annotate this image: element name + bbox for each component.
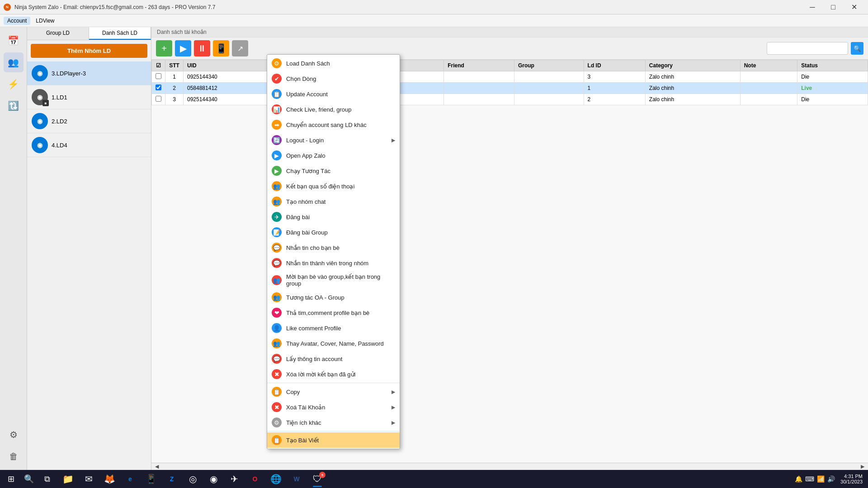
ctx-update[interactable]: 📋 Update Account — [267, 86, 400, 102]
ctx-xoaloi-icon: ✖ — [272, 369, 282, 379]
taskview-button[interactable]: ⧉ — [38, 470, 56, 488]
menu-ldview[interactable]: LDView — [32, 17, 58, 25]
ctx-chon[interactable]: ✔ Chọn Dòng — [267, 71, 400, 86]
col-stt: STT — [165, 60, 184, 71]
search-input[interactable] — [767, 42, 848, 55]
ctx-ketban[interactable]: 👥 Kết bạn qua số điện thoại — [267, 178, 400, 194]
ctx-dangbaigroup[interactable]: 📝 Đăng bài Group — [267, 225, 400, 240]
ctx-laythongtin-icon: 💬 — [272, 354, 282, 364]
app-icon: N — [4, 4, 11, 11]
taskbar-chrome[interactable]: ◎ — [183, 470, 203, 488]
start-button[interactable]: ⊞ — [2, 470, 20, 488]
table-row[interactable]: 3 0925144340 2 Zalo chinh Die — [152, 94, 868, 105]
row-3-category: Zalo chinh — [645, 94, 740, 105]
taskbar-word[interactable]: W — [287, 470, 307, 488]
ctx-open[interactable]: ▶ Open App Zalo — [267, 148, 400, 163]
ctx-chon-label: Chọn Dòng — [286, 75, 316, 82]
tab-danhsachld[interactable]: Danh Sách LD — [89, 27, 151, 40]
ctx-taonhom-icon: 👥 — [272, 197, 282, 206]
taskbar-opera[interactable]: O — [245, 470, 265, 488]
ctx-taonhom[interactable]: 👥 Tạo nhóm chat — [267, 194, 400, 209]
tab-groupld[interactable]: Group LD — [27, 27, 89, 40]
group-item-4[interactable]: ◉ 4.LD4 — [27, 133, 151, 157]
trash-icon-btn[interactable]: 🗑 — [4, 446, 24, 466]
notification-icon[interactable]: 🔔 — [795, 475, 802, 483]
ctx-dangbai[interactable]: ✈ Đăng bài — [267, 209, 400, 225]
ctx-nhantinnhom[interactable]: 💬 Nhắn tin thành viên trong nhóm — [267, 255, 400, 271]
pause-button[interactable]: ⏸ — [194, 40, 210, 56]
ctx-tuongtac[interactable]: 👥 Tương tác OA - Group — [267, 290, 400, 305]
taskbar-firefox[interactable]: 🦊 — [99, 470, 119, 488]
scroll-right-arrow[interactable]: ▶ — [859, 464, 866, 469]
group-avatar-3: ◉ — [32, 113, 48, 129]
search-button[interactable]: 🔍 — [851, 42, 863, 55]
row-1-category: Zalo chinh — [645, 71, 740, 83]
ctx-xoaloi[interactable]: ✖ Xóa lời mời kết bạn đã gửi — [267, 366, 400, 382]
people-icon-btn[interactable]: 👥 — [4, 52, 24, 72]
keyboard-icon[interactable]: ⌨ — [805, 475, 814, 483]
clock-date: 30/1/2023 — [840, 479, 863, 484]
ctx-chuyen[interactable]: ➡ Chuyển account sang LD khác — [267, 117, 400, 132]
taskbar-mail[interactable]: ✉ — [79, 470, 99, 488]
ctx-check[interactable]: 📊 Check Live, friend, group — [267, 102, 400, 117]
menubar: Account LDView — [0, 14, 868, 27]
ctx-divider-1 — [267, 383, 400, 383]
taskbar-app2[interactable]: 🌐 — [266, 470, 286, 488]
row-3-status: Die — [797, 94, 868, 105]
ctx-copy[interactable]: 📋 Copy ▶ — [267, 384, 400, 399]
ctx-logout[interactable]: 🔄 Logout - Login ▶ — [267, 132, 400, 148]
ctx-load[interactable]: ⚙ Load Danh Sách — [267, 56, 400, 71]
settings-icon-btn[interactable]: ⚙ — [4, 425, 24, 445]
shake-button[interactable]: 📱 — [213, 40, 229, 56]
ctx-thayavatar[interactable]: 👥 Thay Avatar, Cover, Name, Password — [267, 336, 400, 351]
ctx-thatim-icon: ❤ — [272, 308, 282, 318]
group-item-3[interactable]: ◉ 2.LD2 — [27, 109, 151, 133]
group-item-1[interactable]: ◉ 3.LDPlayer-3 — [27, 61, 151, 85]
taskbar-chromium[interactable]: ◉ — [203, 470, 223, 488]
volume-icon[interactable]: 🔊 — [827, 475, 835, 483]
minimize-button[interactable]: ─ — [802, 0, 823, 14]
calendar-icon-btn[interactable]: 📅 — [4, 31, 24, 51]
menu-account[interactable]: Account — [4, 17, 30, 25]
play-button[interactable]: ▶ — [175, 40, 191, 56]
horizontal-scrollbar[interactable]: ◀ ▶ — [151, 463, 868, 470]
group-item-2[interactable]: ◉ ■ 1.LD1 — [27, 85, 151, 109]
taskbar-zalo[interactable]: Z — [162, 470, 182, 488]
table-row[interactable]: 1 0925144340 3 Zalo chinh Die — [152, 71, 868, 83]
add-button[interactable]: + — [156, 40, 172, 56]
ctx-thatim[interactable]: ❤ Thả tim,comment profile bạn bè — [267, 305, 400, 320]
group-badge-2: ■ — [42, 100, 49, 106]
ctx-tienich-icon: ⚙ — [272, 418, 282, 427]
lightning-icon-btn[interactable]: ⚡ — [4, 74, 24, 94]
ctx-xoatk[interactable]: ✖ Xoá Tài Khoản ▶ — [267, 399, 400, 415]
ctx-likecomment[interactable]: 👤 Like comment Profile — [267, 320, 400, 336]
ctx-laythongtin[interactable]: 💬 Lấy thông tin account — [267, 351, 400, 366]
ctx-taobai[interactable]: 📋 Tạo Bài Viết — [267, 432, 400, 448]
scroll-left-arrow[interactable]: ◀ — [153, 464, 160, 469]
close-button[interactable]: ✕ — [844, 0, 864, 14]
group-name-1: 3.LDPlayer-3 — [52, 70, 86, 77]
row-3-checkbox[interactable] — [156, 96, 161, 102]
ctx-load-label: Load Danh Sách — [286, 60, 330, 67]
sort-icon-btn[interactable]: 🔃 — [4, 96, 24, 116]
add-group-button[interactable]: Thêm Nhóm LD — [31, 44, 147, 58]
taskbar-telegram[interactable]: ✈ — [224, 470, 244, 488]
row-1-friend — [444, 71, 514, 83]
row-1-checkbox[interactable] — [156, 73, 161, 79]
ctx-moiban[interactable]: 👥 Mời bạn bè vào group,kết bạn trong gro… — [267, 271, 400, 290]
row-2-status: Live — [797, 83, 868, 94]
ctx-tienich[interactable]: ⚙ Tiện ích khác ▶ — [267, 415, 400, 430]
maximize-button[interactable]: □ — [823, 0, 844, 14]
taskbar-explorer[interactable]: 📁 — [58, 470, 78, 488]
taskbar-clock[interactable]: 4:31 PM 30/1/2023 — [840, 474, 863, 484]
ctx-nhantin[interactable]: 💬 Nhắn tin cho bạn bè — [267, 240, 400, 255]
table-row[interactable]: 2 0584881412 1 Zalo chinh Live — [152, 83, 868, 94]
row-2-checkbox[interactable] — [156, 84, 161, 90]
taskbar-app1[interactable]: 📱 — [141, 470, 161, 488]
taskbar-ninja[interactable]: 🛡 5 — [307, 470, 327, 488]
taskbar-edge[interactable]: e — [120, 470, 140, 488]
cursor-button[interactable]: ↗ — [232, 40, 248, 56]
network-icon[interactable]: 📶 — [817, 475, 825, 483]
ctx-chay[interactable]: ▶ Chạy Tương Tác — [267, 163, 400, 178]
search-taskbar-button[interactable]: 🔍 — [20, 470, 38, 488]
